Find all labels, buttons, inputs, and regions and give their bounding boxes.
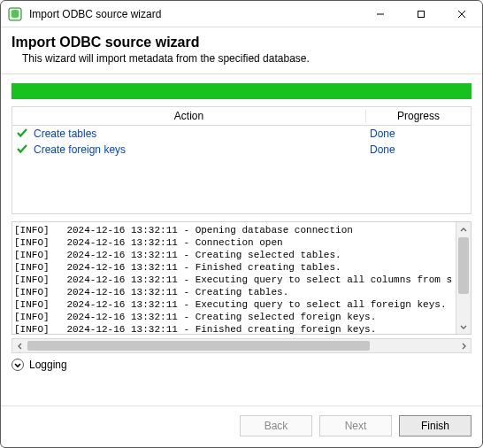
title-bar: Import ODBC source wizard: [1, 1, 482, 27]
page-subtitle: This wizard will import metadata from th…: [22, 52, 472, 65]
task-table-header: Action Progress: [12, 106, 472, 126]
task-link[interactable]: Create tables: [34, 127, 96, 140]
window-minimize-button[interactable]: [360, 1, 401, 27]
log-vertical-scrollbar[interactable]: [456, 222, 471, 334]
task-table: Action Progress Create tables Done Creat…: [12, 106, 472, 214]
logging-toggle[interactable]: Logging: [12, 359, 67, 371]
minimize-icon: [376, 10, 385, 19]
task-status: Done: [366, 127, 471, 140]
page-title: Import ODBC source wizard: [12, 35, 472, 50]
scroll-down-icon[interactable]: [456, 319, 471, 334]
next-button: Next: [319, 415, 392, 436]
log-panel: [INFO] 2024-12-16 13:32:11 - Opening dat…: [12, 221, 472, 335]
svg-rect-3: [418, 11, 425, 17]
log-horizontal-scrollbar[interactable]: [12, 338, 472, 353]
column-header-progress[interactable]: Progress: [366, 110, 471, 122]
back-button: Back: [240, 415, 312, 436]
table-row[interactable]: Create foreign keys Done: [12, 142, 471, 158]
table-row[interactable]: Create tables Done: [12, 126, 471, 142]
overall-progress-wrap: [1, 74, 482, 106]
wizard-footer: Back Next Finish: [1, 406, 482, 447]
scroll-up-icon[interactable]: [456, 222, 471, 237]
maximize-icon: [417, 10, 426, 19]
finish-button[interactable]: Finish: [399, 415, 472, 436]
window-close-button[interactable]: [441, 1, 482, 27]
wizard-header: Import ODBC source wizard This wizard wi…: [1, 27, 482, 74]
app-icon: [8, 7, 22, 21]
log-output[interactable]: [INFO] 2024-12-16 13:32:11 - Opening dat…: [12, 222, 456, 334]
checkmark-icon: [16, 143, 28, 158]
close-icon: [457, 10, 466, 19]
chevron-down-icon: [12, 359, 24, 371]
overall-progress-bar: [12, 83, 472, 99]
window-maximize-button[interactable]: [401, 1, 441, 27]
scrollbar-thumb[interactable]: [27, 341, 370, 351]
column-header-action[interactable]: Action: [12, 110, 366, 122]
checkmark-icon: [16, 127, 28, 142]
task-status: Done: [366, 143, 471, 156]
logging-toggle-label: Logging: [29, 359, 67, 371]
task-link[interactable]: Create foreign keys: [34, 143, 126, 156]
scroll-left-icon[interactable]: [12, 343, 27, 350]
scroll-right-icon[interactable]: [456, 343, 471, 350]
task-table-body: Create tables Done Create foreign keys D…: [12, 126, 472, 214]
scrollbar-thumb[interactable]: [458, 237, 469, 294]
window-title: Import ODBC source wizard: [29, 8, 360, 20]
